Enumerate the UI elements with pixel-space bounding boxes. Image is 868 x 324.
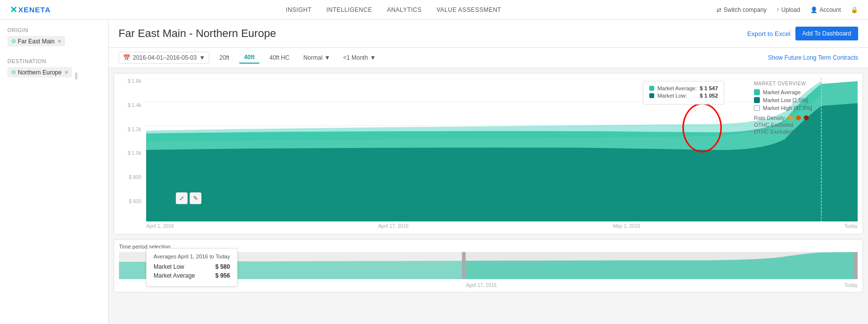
zoom-out-btn[interactable]: ✎ <box>190 192 201 204</box>
sidebar: Origin ⊙ Far East Main × Destination ⊙ N… <box>0 20 109 324</box>
mini-x-label-0: April 17, 2016 <box>466 283 497 288</box>
legend-high-box <box>754 105 760 111</box>
legend-item-high: Market High [97.5%] <box>754 105 853 111</box>
destination-label: Destination <box>7 58 101 64</box>
upload-btn[interactable]: ↑ Upload <box>777 6 800 13</box>
lock-icon: 🔒 <box>851 6 858 13</box>
destination-tag: ⊙ Northern Europe × <box>7 67 72 77</box>
mode-dropdown[interactable]: Normal ▼ <box>299 52 334 63</box>
tooltip-avg-value: $ 1 547 <box>700 85 718 91</box>
averages-popup: Averages April 1, 2016 to Today Market L… <box>146 248 237 287</box>
top-nav: ✕ XENETA INSIGHT INTELLIGENCE ANALYTICS … <box>0 0 868 20</box>
zoom-in-btn[interactable]: ⤢ <box>176 192 188 204</box>
destination-value: Northern Europe <box>18 69 62 76</box>
averages-low-row: Market Low $ 580 <box>154 263 230 270</box>
tooltip-low-row: Market Low: $ 1 052 <box>649 93 718 99</box>
add-dashboard-btn[interactable]: Add To Dashboard <box>795 27 858 40</box>
switch-company-label: Switch company <box>723 6 766 13</box>
y-axis: $ 1.6k $ 1.4k $ 1.2k $ 1.0k $ 800 $ 600 <box>119 78 144 207</box>
export-excel-btn[interactable]: Export to Excel <box>747 30 790 37</box>
rate-density-row: Rate Density <box>754 115 853 121</box>
page-header-actions: Export to Excel Add To Dashboard <box>747 27 858 40</box>
account-btn[interactable]: 👤 Account <box>810 6 841 13</box>
nav-links: INSIGHT INTELLIGENCE ANALYTICS VALUE ASS… <box>71 4 717 15</box>
nav-insight[interactable]: INSIGHT <box>286 4 312 15</box>
othc-label: OTHC Excluded <box>754 122 853 128</box>
x-axis: April 1, 2016 April 17, 2016 May 1, 2016… <box>119 221 858 229</box>
tooltip-low-dot <box>649 93 654 98</box>
size-20ft-btn[interactable]: 20ft <box>214 52 234 63</box>
tooltip-low-value: $ 1 052 <box>700 93 718 99</box>
density-dot-1 <box>788 115 793 120</box>
origin-tag: ⊙ Far East Main × <box>7 36 65 46</box>
upload-label: Upload <box>782 6 800 13</box>
page-header: Far East Main - Northern Europe Export t… <box>109 20 868 48</box>
logo: ✕ XENETA <box>10 4 51 15</box>
nav-intelligence[interactable]: INTELLIGENCE <box>326 4 372 15</box>
x-label-2: May 1, 2016 <box>613 223 640 229</box>
y-label-4: $ 800 <box>119 175 144 180</box>
legend-low-label: Market Low [2.5%] <box>763 97 808 103</box>
x-label-1: April 17, 2016 <box>378 223 409 229</box>
switch-company-btn[interactable]: ⇄ Switch company <box>716 6 766 13</box>
svg-rect-10 <box>462 252 466 279</box>
legend-avg-label: Market Average <box>763 89 801 95</box>
legend-avg-box <box>754 89 760 95</box>
account-label: Account <box>820 6 841 13</box>
chart-tooltip: Market Average: $ 1 547 Market Low: $ 1 … <box>643 81 724 105</box>
y-label-2: $ 1.2k <box>119 127 144 132</box>
density-dot-2 <box>796 115 801 120</box>
nav-right: ⇄ Switch company ↑ Upload 👤 Account 🔒 <box>716 6 858 13</box>
sidebar-collapse-btn[interactable]: ‖ <box>75 72 78 79</box>
chart-toolbar: 📅 2016-04-01–2016-05-03 ▼ 20ft 40ft 40ft… <box>109 48 868 68</box>
averages-low-label: Market Low <box>154 263 184 270</box>
x-label-3: Today <box>844 223 858 229</box>
svg-rect-11 <box>854 252 858 279</box>
nav-value-assessment[interactable]: VALUE ASSESSMENT <box>436 4 501 15</box>
nav-analytics[interactable]: ANALYTICS <box>387 4 422 15</box>
market-overview: MARKET OVERVIEW Market Average Market Lo… <box>754 81 853 135</box>
period-value: <1 Month <box>343 54 368 61</box>
size-40hc-btn[interactable]: 40ft HC <box>265 52 295 63</box>
mode-value: Normal <box>303 54 322 61</box>
logo-text: XENETA <box>18 5 51 14</box>
chart-icons: ⤢ ✎ <box>176 192 201 204</box>
origin-label: Origin <box>7 27 101 33</box>
x-label-0: April 1, 2016 <box>146 223 174 229</box>
date-range-picker[interactable]: 📅 2016-04-01–2016-05-03 ▼ <box>118 52 209 64</box>
mini-x-label-1: Today <box>844 283 858 288</box>
origin-close-btn[interactable]: × <box>58 37 62 45</box>
chart-svg: ⤢ ✎ <box>146 78 858 221</box>
size-40ft-btn[interactable]: 40ft <box>239 52 259 64</box>
averages-avg-value: $ 956 <box>215 272 230 279</box>
destination-close-btn[interactable]: × <box>65 69 69 76</box>
averages-title: Averages April 1, 2016 to Today <box>154 253 230 259</box>
legend-item-low: Market Low [2.5%] <box>754 97 853 103</box>
y-label-1: $ 1.4k <box>119 103 144 108</box>
dthc-label: DTHC Excluded <box>754 129 853 135</box>
density-dot-3 <box>804 115 809 120</box>
averages-low-value: $ 580 <box>215 263 230 270</box>
averages-avg-label: Market Average <box>154 272 195 279</box>
y-label-5: $ 600 <box>119 199 144 204</box>
legend-high-label: Market High [97.5%] <box>763 105 812 111</box>
legend-item-avg: Market Average <box>754 89 853 95</box>
destination-icon: ⊙ <box>11 69 16 75</box>
period-dropdown[interactable]: <1 Month ▼ <box>339 52 380 63</box>
content-area: Far East Main - Northern Europe Export t… <box>109 20 868 324</box>
y-label-3: $ 1.0k <box>119 150 144 156</box>
tooltip-avg-row: Market Average: $ 1 547 <box>649 85 718 91</box>
averages-avg-row: Market Average $ 956 <box>154 272 230 279</box>
page-title: Far East Main - Northern Europe <box>118 27 276 40</box>
date-range-value: 2016-04-01–2016-05-03 <box>133 54 197 61</box>
rate-density-label: Rate Density <box>754 115 785 121</box>
legend-title: MARKET OVERVIEW <box>754 81 853 86</box>
legend-low-box <box>754 97 760 103</box>
mini-chart-wrapper[interactable]: Averages April 1, 2016 to Today Market L… <box>119 252 858 282</box>
mini-chart-area: Time period selection Averages April 1, … <box>114 239 863 292</box>
origin-icon: ⊙ <box>11 38 16 44</box>
tooltip-avg-dot <box>649 86 654 91</box>
y-label-0: $ 1.6k <box>119 78 144 84</box>
tooltip-low-label: Market Low: <box>657 93 687 99</box>
show-future-link[interactable]: Show Future Long Term Contracts <box>768 54 858 61</box>
